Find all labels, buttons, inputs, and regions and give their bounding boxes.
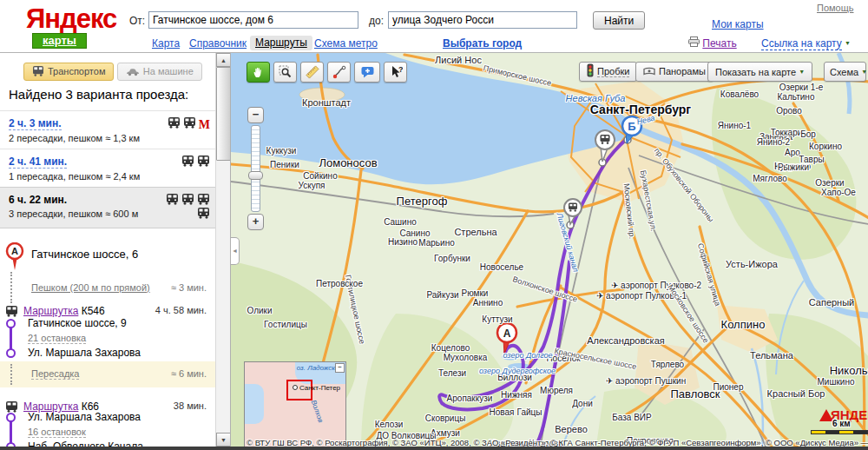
map-type-label: Схема xyxy=(830,67,858,77)
leg2-stops-row: 16 остановок xyxy=(0,427,215,439)
scale-label: 6 км xyxy=(832,419,851,428)
minimap-city-label: Санкт-Петер xyxy=(299,384,340,392)
zoom-slider-handle[interactable] xyxy=(248,171,263,180)
traffic-button[interactable]: Пробки xyxy=(579,62,637,82)
bus-icon xyxy=(183,117,196,131)
choose-city-link[interactable]: Выбрать город xyxy=(443,37,522,50)
yandex-maps-page: Яндекс карты От: до: Найти Помощь Мои ка… xyxy=(0,0,868,450)
dropdown-arrow-icon: ▼ xyxy=(861,69,867,75)
bus-route-link[interactable]: Маршрутка xyxy=(23,305,78,317)
scroll-down-button[interactable]: ▼ xyxy=(216,433,231,447)
zoom-select-tool-button[interactable] xyxy=(273,62,297,83)
minimap-collapse-button[interactable]: − xyxy=(335,363,345,373)
bus-icon xyxy=(181,156,194,169)
bus-icon xyxy=(166,194,179,208)
overview-minimap[interactable]: оз. Ладожское Санкт-Петер Волхов − xyxy=(244,361,346,448)
bus-icon xyxy=(181,194,194,208)
bus-icon xyxy=(197,208,210,222)
nav-routes-active[interactable]: Маршруты xyxy=(250,36,312,50)
minimap-gulf-shape xyxy=(245,384,264,424)
tab-label: Транспортом xyxy=(48,66,105,76)
maps-logo-badge[interactable]: карты xyxy=(32,33,87,49)
walk-link[interactable]: Пешком (200 м по прямой) xyxy=(31,282,150,293)
nav-map[interactable]: Карта xyxy=(152,37,180,50)
nav-metro-scheme[interactable]: Схема метро xyxy=(314,37,378,50)
bus-icon xyxy=(197,156,210,169)
zoom-select-icon xyxy=(279,69,293,82)
scroll-thumb[interactable] xyxy=(216,67,231,161)
zoom-in-button[interactable]: + xyxy=(247,214,264,230)
minimap-river-label: Волхов xyxy=(310,399,326,423)
my-maps-link[interactable]: Мои карты xyxy=(712,18,764,30)
dropdown-arrow-icon: ▼ xyxy=(845,40,851,46)
map-canvas[interactable]: Б А Санкт-ПетербургЛомоносовПетергофКолп… xyxy=(230,53,868,450)
yandex-logo[interactable]: Яндекс xyxy=(26,3,116,35)
measure-route-tool-button[interactable] xyxy=(327,62,351,83)
help-link[interactable]: Помощь xyxy=(817,3,854,13)
find-button[interactable]: Найти xyxy=(593,11,645,30)
hand-icon xyxy=(252,69,266,82)
minimap-city-dot xyxy=(293,385,298,390)
sidebar-collapse-handle[interactable]: ◄ xyxy=(231,237,240,265)
to-label: до: xyxy=(369,15,384,27)
transfer-dotted-line xyxy=(10,364,12,385)
tab-by-transport[interactable]: Транспортом xyxy=(23,63,114,81)
print-control[interactable]: Печать xyxy=(688,36,737,50)
svg-text:А: А xyxy=(503,328,511,340)
leg1-to-row: Ул. Маршала Захарова xyxy=(0,347,215,360)
ruler-icon xyxy=(306,69,319,82)
feedback-tool-button[interactable] xyxy=(354,62,380,83)
sidebar-scrollbar[interactable]: ▲ ▼ xyxy=(215,53,230,450)
content: Транспортом На машине Найдено 3 варианта… xyxy=(0,52,868,450)
leg1-time: 4 ч. 58 мин. xyxy=(155,305,207,315)
panoramas-button-label: Панорамы xyxy=(659,66,706,76)
metro-icon: М xyxy=(199,119,210,131)
hand-tool-button[interactable] xyxy=(247,62,270,83)
panoramas-button[interactable]: Панорамы xyxy=(635,62,713,82)
stop-name: Ул. Маршала Захарова xyxy=(28,411,141,423)
help-cursor-tool-button[interactable]: ? xyxy=(384,62,407,83)
traffic-button-label: Пробки xyxy=(597,66,629,77)
route-option-icons: М xyxy=(156,117,210,131)
to-input[interactable] xyxy=(388,11,577,29)
tab-by-car[interactable]: На машине xyxy=(117,63,202,81)
routes-sidebar: Транспортом На машине Найдено 3 варианта… xyxy=(0,53,215,450)
route-option-time[interactable]: 2 ч. 3 мин. xyxy=(9,118,62,130)
walk-row: Пешком (200 м по прямой) ≈ 3 мин. xyxy=(0,282,215,296)
stop-name: Гатчинское шоссе, 9 xyxy=(28,317,127,329)
from-input[interactable] xyxy=(148,11,358,29)
stops-count-link[interactable]: 21 остановка xyxy=(28,333,86,344)
header: Яндекс карты От: до: Найти Помощь Мои ка… xyxy=(0,0,868,52)
transfer-link[interactable]: Пересадка xyxy=(31,368,79,380)
ruler-tool-button[interactable] xyxy=(300,62,324,83)
zoom-out-button[interactable]: − xyxy=(247,107,264,123)
route-option-3-selected[interactable]: 6 ч. 22 мин. 3 пересадки, пешком ≈ 600 м xyxy=(0,187,215,228)
print-link[interactable]: Печать xyxy=(702,37,736,50)
help-cursor-icon: ? xyxy=(389,69,403,82)
scroll-up-button[interactable]: ▲ xyxy=(216,53,231,67)
route-option-icons xyxy=(156,156,210,169)
show-on-map-dropdown[interactable]: Показать на карте ▼ xyxy=(707,62,812,82)
route-start-label: Гатчинское шоссе, 6 xyxy=(31,248,138,261)
transport-tabs: Транспортом На машине xyxy=(23,63,202,81)
scale-bar xyxy=(811,430,868,434)
feedback-icon xyxy=(360,69,375,82)
zoom-slider-track[interactable] xyxy=(251,125,260,212)
route-option-2[interactable]: 2 ч. 41 мин. 1 пересадка, пешком ≈ 2,4 к… xyxy=(0,149,215,187)
stops-count-link[interactable]: 16 остановок xyxy=(28,427,86,438)
point-a-pin-icon: А xyxy=(4,242,25,275)
map-link-label[interactable]: Ссылка на карту xyxy=(761,37,842,50)
from-label: От: xyxy=(129,15,145,27)
bus-icon xyxy=(197,194,210,208)
route-start-row: А Гатчинское шоссе, 6 xyxy=(0,242,215,268)
nav-directory[interactable]: Справочник xyxy=(189,37,247,50)
leg2-time: 38 мин. xyxy=(174,400,207,411)
route-option-time[interactable]: 2 ч. 41 мин. xyxy=(9,156,67,169)
walk-time: ≈ 3 мин. xyxy=(171,282,207,293)
route-option-1[interactable]: 2 ч. 3 мин. 2 пересадки, пешком ≈ 1,3 км… xyxy=(0,110,215,149)
leg1-stops-row: 21 остановка xyxy=(0,333,215,345)
stop-name: Ул. Маршала Захарова xyxy=(28,347,141,359)
map-type-dropdown[interactable]: Схема ▼ xyxy=(824,62,866,82)
map-link-control[interactable]: Ссылка на карту ▼ xyxy=(761,37,851,50)
route-option-details: 1 пересадка, пешком ≈ 2,4 км xyxy=(9,171,208,182)
